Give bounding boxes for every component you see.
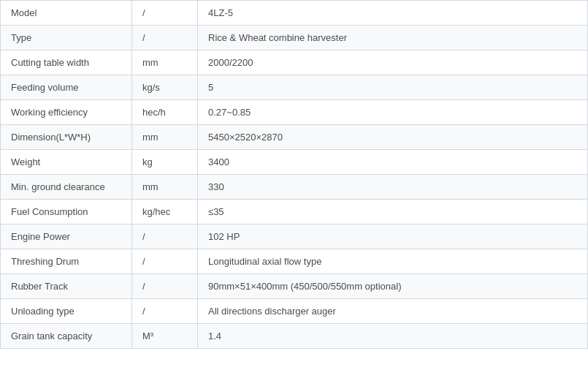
row-label: Working efficiency — [1, 100, 132, 125]
row-unit: / — [132, 26, 198, 50]
row-unit: kg — [132, 150, 198, 175]
table-row: Model/4LZ-5 — [1, 1, 588, 26]
table-row: Fuel Consumptionkg/hec≤35 — [1, 200, 588, 224]
table-row: Working efficiencyhec/h0.27~0.85 — [1, 100, 588, 125]
table-row: Grain tank capacityM³1.4 — [1, 324, 588, 349]
row-unit: / — [132, 224, 198, 249]
row-unit: kg/hec — [132, 200, 198, 224]
row-unit: hec/h — [132, 100, 198, 125]
table-row: Weightkg3400 — [1, 150, 588, 175]
row-value: Rice & Wheat combine harvester — [198, 26, 588, 50]
row-value: 5 — [198, 75, 588, 100]
table-row: Engine Power/102 HP — [1, 224, 588, 249]
table-row: Feeding volumekg/s5 — [1, 75, 588, 100]
row-value: 90mm×51×400mm (450/500/550mm optional) — [198, 274, 588, 299]
row-label: Fuel Consumption — [1, 200, 132, 224]
row-value: 3400 — [198, 150, 588, 175]
row-unit: / — [132, 1, 198, 26]
row-label: Feeding volume — [1, 75, 132, 100]
row-label: Model — [1, 1, 132, 26]
table-row: Threshing Drum/Longitudinal axial flow t… — [1, 249, 588, 274]
row-label: Engine Power — [1, 224, 132, 249]
row-label: Grain tank capacity — [1, 324, 132, 349]
row-label: Weight — [1, 150, 132, 175]
row-unit: mm — [132, 125, 198, 150]
row-unit: mm — [132, 50, 198, 75]
specs-table-container: Model/4LZ-5Type/Rice & Wheat combine har… — [0, 0, 588, 349]
row-label: Unloading type — [1, 299, 132, 324]
row-unit: kg/s — [132, 75, 198, 100]
row-unit: / — [132, 249, 198, 274]
row-unit: / — [132, 299, 198, 324]
table-row: Dimension(L*W*H)mm5450×2520×2870 — [1, 125, 588, 150]
row-label: Type — [1, 26, 132, 50]
table-row: Rubber Track/90mm×51×400mm (450/500/550m… — [1, 274, 588, 299]
row-label: Min. ground clearance — [1, 175, 132, 200]
row-unit: M³ — [132, 324, 198, 349]
table-row: Type/Rice & Wheat combine harvester — [1, 26, 588, 50]
row-value: 330 — [198, 175, 588, 200]
row-value: 5450×2520×2870 — [198, 125, 588, 150]
row-unit: mm — [132, 175, 198, 200]
row-value: 1.4 — [198, 324, 588, 349]
row-label: Dimension(L*W*H) — [1, 125, 132, 150]
row-value: Longitudinal axial flow type — [198, 249, 588, 274]
table-row: Cutting table widthmm2000/2200 — [1, 50, 588, 75]
row-value: 2000/2200 — [198, 50, 588, 75]
row-value: ≤35 — [198, 200, 588, 224]
row-label: Cutting table width — [1, 50, 132, 75]
table-row: Unloading type/All directions discharger… — [1, 299, 588, 324]
row-value: 4LZ-5 — [198, 1, 588, 26]
specs-table: Model/4LZ-5Type/Rice & Wheat combine har… — [0, 0, 588, 349]
row-value: All directions discharger auger — [198, 299, 588, 324]
row-value: 0.27~0.85 — [198, 100, 588, 125]
table-row: Min. ground clearancemm330 — [1, 175, 588, 200]
row-unit: / — [132, 274, 198, 299]
row-label: Rubber Track — [1, 274, 132, 299]
row-label: Threshing Drum — [1, 249, 132, 274]
row-value: 102 HP — [198, 224, 588, 249]
